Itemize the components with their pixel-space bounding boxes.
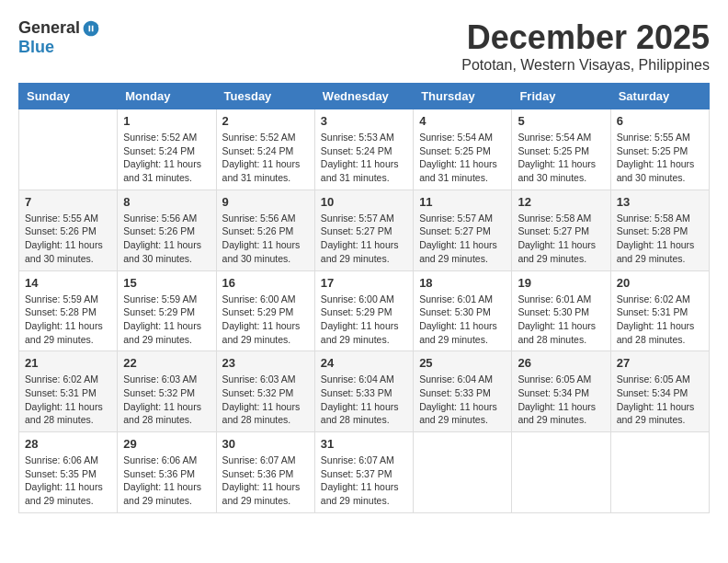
- calendar-cell: 6Sunrise: 5:55 AMSunset: 5:25 PMDaylight…: [610, 109, 709, 190]
- day-number: 6: [617, 114, 703, 128]
- calendar-week-row: 7Sunrise: 5:55 AMSunset: 5:26 PMDaylight…: [19, 190, 710, 270]
- day-info: Sunrise: 6:02 AMSunset: 5:31 PMDaylight:…: [617, 293, 703, 347]
- calendar-cell: 24Sunrise: 6:04 AMSunset: 5:33 PMDayligh…: [314, 351, 413, 432]
- calendar-cell: 12Sunrise: 5:58 AMSunset: 5:27 PMDayligh…: [512, 190, 610, 270]
- day-info: Sunrise: 6:01 AMSunset: 5:30 PMDaylight:…: [518, 293, 604, 347]
- calendar-cell: 25Sunrise: 6:04 AMSunset: 5:33 PMDayligh…: [414, 351, 512, 432]
- calendar-cell: 19Sunrise: 6:01 AMSunset: 5:30 PMDayligh…: [512, 270, 610, 351]
- calendar-cell: [414, 432, 512, 513]
- calendar-cell: 10Sunrise: 5:57 AMSunset: 5:27 PMDayligh…: [314, 190, 413, 270]
- day-number: 30: [222, 437, 309, 451]
- day-info: Sunrise: 6:00 AMSunset: 5:29 PMDaylight:…: [321, 293, 407, 347]
- title-section: December 2025 Pototan, Western Visayas, …: [461, 18, 710, 74]
- day-info: Sunrise: 6:07 AMSunset: 5:36 PMDaylight:…: [222, 454, 309, 508]
- calendar-cell: 1Sunrise: 5:52 AMSunset: 5:24 PMDaylight…: [118, 109, 216, 190]
- month-title: December 2025: [461, 18, 710, 57]
- day-number: 24: [321, 356, 407, 370]
- day-number: 22: [123, 356, 210, 370]
- day-number: 21: [25, 356, 111, 370]
- logo: General Blue: [18, 18, 100, 57]
- day-info: Sunrise: 6:01 AMSunset: 5:30 PMDaylight:…: [419, 293, 506, 347]
- day-info: Sunrise: 6:02 AMSunset: 5:31 PMDaylight:…: [25, 373, 111, 427]
- calendar-cell: 18Sunrise: 6:01 AMSunset: 5:30 PMDayligh…: [414, 270, 512, 351]
- calendar-cell: 3Sunrise: 5:53 AMSunset: 5:24 PMDaylight…: [314, 109, 413, 190]
- weekday-header: Monday: [118, 84, 216, 109]
- day-info: Sunrise: 5:59 AMSunset: 5:28 PMDaylight:…: [25, 293, 111, 347]
- calendar-week-row: 21Sunrise: 6:02 AMSunset: 5:31 PMDayligh…: [19, 351, 710, 432]
- weekday-header: Thursday: [414, 84, 512, 109]
- day-info: Sunrise: 5:53 AMSunset: 5:24 PMDaylight:…: [321, 131, 407, 185]
- day-info: Sunrise: 5:58 AMSunset: 5:28 PMDaylight:…: [617, 212, 703, 266]
- day-number: 25: [419, 356, 506, 370]
- calendar-cell: 4Sunrise: 5:54 AMSunset: 5:25 PMDaylight…: [414, 109, 512, 190]
- logo-blue: Blue: [18, 38, 54, 57]
- calendar-cell: 22Sunrise: 6:03 AMSunset: 5:32 PMDayligh…: [118, 351, 216, 432]
- day-info: Sunrise: 5:52 AMSunset: 5:24 PMDaylight:…: [222, 131, 309, 185]
- day-number: 7: [25, 195, 111, 209]
- day-info: Sunrise: 6:06 AMSunset: 5:35 PMDaylight:…: [25, 454, 111, 508]
- calendar-cell: 20Sunrise: 6:02 AMSunset: 5:31 PMDayligh…: [610, 270, 709, 351]
- weekday-header: Wednesday: [314, 84, 413, 109]
- calendar-cell: 15Sunrise: 5:59 AMSunset: 5:29 PMDayligh…: [118, 270, 216, 351]
- calendar-cell: [19, 109, 118, 190]
- day-info: Sunrise: 5:57 AMSunset: 5:27 PMDaylight:…: [419, 212, 506, 266]
- day-number: 4: [419, 114, 506, 128]
- day-info: Sunrise: 5:59 AMSunset: 5:29 PMDaylight:…: [123, 293, 210, 347]
- day-number: 28: [25, 437, 111, 451]
- weekday-header: Friday: [512, 84, 610, 109]
- day-info: Sunrise: 6:07 AMSunset: 5:37 PMDaylight:…: [321, 454, 407, 508]
- day-info: Sunrise: 5:55 AMSunset: 5:26 PMDaylight:…: [25, 212, 111, 266]
- day-info: Sunrise: 6:05 AMSunset: 5:34 PMDaylight:…: [518, 373, 604, 427]
- calendar-header-row: SundayMondayTuesdayWednesdayThursdayFrid…: [19, 84, 710, 109]
- calendar-cell: 2Sunrise: 5:52 AMSunset: 5:24 PMDaylight…: [216, 109, 314, 190]
- day-number: 17: [321, 276, 407, 290]
- day-info: Sunrise: 5:57 AMSunset: 5:27 PMDaylight:…: [321, 212, 407, 266]
- calendar-cell: [512, 432, 610, 513]
- day-info: Sunrise: 5:56 AMSunset: 5:26 PMDaylight:…: [222, 212, 309, 266]
- day-info: Sunrise: 6:04 AMSunset: 5:33 PMDaylight:…: [321, 373, 407, 427]
- day-number: 13: [617, 195, 703, 209]
- calendar-cell: 5Sunrise: 5:54 AMSunset: 5:25 PMDaylight…: [512, 109, 610, 190]
- weekday-header: Tuesday: [216, 84, 314, 109]
- calendar-cell: 16Sunrise: 6:00 AMSunset: 5:29 PMDayligh…: [216, 270, 314, 351]
- calendar-cell: 31Sunrise: 6:07 AMSunset: 5:37 PMDayligh…: [314, 432, 413, 513]
- day-info: Sunrise: 6:04 AMSunset: 5:33 PMDaylight:…: [419, 373, 506, 427]
- day-number: 27: [617, 356, 703, 370]
- weekday-header: Sunday: [19, 84, 118, 109]
- day-number: 3: [321, 114, 407, 128]
- day-info: Sunrise: 5:55 AMSunset: 5:25 PMDaylight:…: [617, 131, 703, 185]
- calendar-cell: 11Sunrise: 5:57 AMSunset: 5:27 PMDayligh…: [414, 190, 512, 270]
- calendar-cell: 23Sunrise: 6:03 AMSunset: 5:32 PMDayligh…: [216, 351, 314, 432]
- day-number: 23: [222, 356, 309, 370]
- calendar-table: SundayMondayTuesdayWednesdayThursdayFrid…: [18, 83, 710, 513]
- weekday-header: Saturday: [610, 84, 709, 109]
- svg-marker-0: [96, 22, 98, 25]
- day-info: Sunrise: 6:05 AMSunset: 5:34 PMDaylight:…: [617, 373, 703, 427]
- day-number: 20: [617, 276, 703, 290]
- day-number: 2: [222, 114, 309, 128]
- day-number: 18: [419, 276, 506, 290]
- day-info: Sunrise: 5:56 AMSunset: 5:26 PMDaylight:…: [123, 212, 210, 266]
- calendar-week-row: 14Sunrise: 5:59 AMSunset: 5:28 PMDayligh…: [19, 270, 710, 351]
- logo-general: General: [18, 18, 80, 38]
- day-number: 31: [321, 437, 407, 451]
- calendar-cell: 9Sunrise: 5:56 AMSunset: 5:26 PMDaylight…: [216, 190, 314, 270]
- day-info: Sunrise: 5:58 AMSunset: 5:27 PMDaylight:…: [518, 212, 604, 266]
- day-number: 11: [419, 195, 506, 209]
- calendar-week-row: 1Sunrise: 5:52 AMSunset: 5:24 PMDaylight…: [19, 109, 710, 190]
- calendar-cell: 26Sunrise: 6:05 AMSunset: 5:34 PMDayligh…: [512, 351, 610, 432]
- day-info: Sunrise: 6:06 AMSunset: 5:36 PMDaylight:…: [123, 454, 210, 508]
- day-number: 12: [518, 195, 604, 209]
- day-number: 26: [518, 356, 604, 370]
- calendar-cell: 8Sunrise: 5:56 AMSunset: 5:26 PMDaylight…: [118, 190, 216, 270]
- day-info: Sunrise: 6:03 AMSunset: 5:32 PMDaylight:…: [123, 373, 210, 427]
- calendar-cell: 29Sunrise: 6:06 AMSunset: 5:36 PMDayligh…: [118, 432, 216, 513]
- day-number: 8: [123, 195, 210, 209]
- day-number: 14: [25, 276, 111, 290]
- calendar-cell: 17Sunrise: 6:00 AMSunset: 5:29 PMDayligh…: [314, 270, 413, 351]
- calendar-cell: 14Sunrise: 5:59 AMSunset: 5:28 PMDayligh…: [19, 270, 118, 351]
- day-number: 10: [321, 195, 407, 209]
- day-info: Sunrise: 5:54 AMSunset: 5:25 PMDaylight:…: [518, 131, 604, 185]
- day-number: 1: [123, 114, 210, 128]
- day-info: Sunrise: 6:03 AMSunset: 5:32 PMDaylight:…: [222, 373, 309, 427]
